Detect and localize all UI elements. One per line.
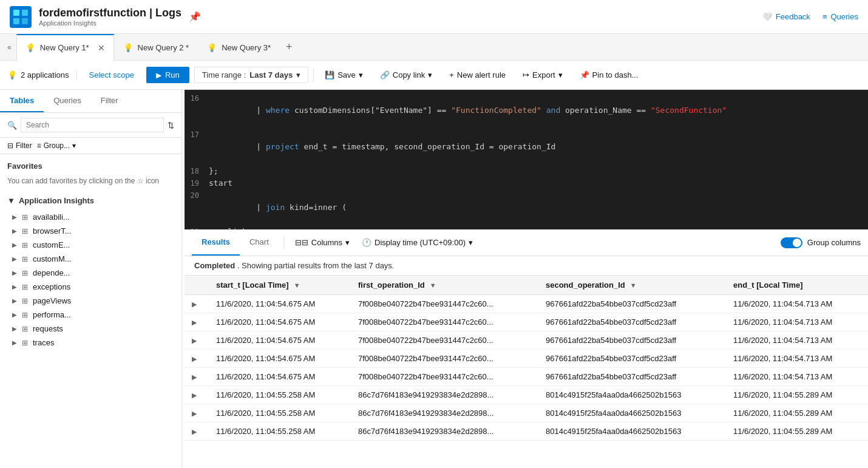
select-scope-button[interactable]: Select scope [82,70,141,80]
code-editor[interactable]: 16 | where customDimensions["EventName"]… [185,90,868,229]
table-row[interactable]: ▶11/6/2020, 11:04:55.258 AM86c7d76f4183e… [185,422,868,441]
group-columns-switch[interactable] [781,237,802,248]
feedback-button[interactable]: 🤍 Feedback [762,12,810,21]
list-item[interactable]: ▶ ⊞ depende... [7,266,174,280]
favorites-section: Favorites You can add favorites by click… [7,161,174,186]
list-item[interactable]: ▶ ⊞ performa... [7,308,174,322]
table-cell: 11/6/2020, 11:04:54.713 AM [726,368,868,386]
table-cell: 86c7d76f4183e9419293834e2d2898... [351,404,538,422]
table-name: availabili... [33,212,70,222]
collapse-tabs-button[interactable]: « [2,34,16,60]
expand-row-button[interactable]: ▶ [192,319,202,326]
tab-new-query-1[interactable]: 💡 New Query 1* ✕ [16,34,114,61]
list-item[interactable]: ▶ ⊞ exceptions [7,280,174,294]
export-icon: ↦ [523,70,529,80]
time-range-value: Last 7 days [249,70,293,80]
link-icon: 🔗 [380,70,390,80]
expand-arrow-icon: ▶ [12,297,17,304]
filter-button[interactable]: ⊟ Filter [7,141,32,150]
table-header: start_t [Local Time] ▼ first_operation_I… [185,276,868,295]
group-button[interactable]: ≡ Group... ▾ [37,141,76,150]
time-range-button[interactable]: Time range : Last 7 days ▾ [194,67,308,83]
export-button[interactable]: ↦ Export ▾ [517,67,569,83]
col-end-t: end_t [Local Time] [726,276,868,295]
list-item[interactable]: ▶ ⊞ availabili... [7,210,174,224]
list-item[interactable]: ▶ ⊞ customE... [7,238,174,252]
col-filter-icon[interactable]: ▼ [630,282,637,289]
expand-row-button[interactable]: ▶ [192,337,202,344]
table-row[interactable]: ▶11/6/2020, 11:04:54.675 AM7f008be040722… [185,350,868,368]
list-item[interactable]: ▶ ⊞ customM... [7,252,174,266]
list-item[interactable]: ▶ ⊞ requests [7,322,174,336]
queries-button[interactable]: ≡ Queries [822,12,858,21]
table-cell: 967661afd22ba54bbe037cdf5cd23aff [538,313,726,331]
sidebar-tab-queries[interactable]: Queries [44,90,91,112]
pin-icon[interactable]: 📌 [189,11,201,22]
expand-row-button[interactable]: ▶ [192,428,202,435]
table-name: performa... [33,310,71,319]
time-range-prefix: Time range : [202,70,246,80]
table-cell: 11/6/2020, 11:04:54.675 AM [209,331,351,350]
tab-new-query-2[interactable]: 💡 New Query 2 * [114,34,198,60]
copy-link-button[interactable]: 🔗 Copy link ▾ [374,67,438,83]
sidebar-tabs: Tables Queries Filter [0,90,181,113]
group-columns-label: Group columns [807,238,861,247]
expand-row-button[interactable]: ▶ [192,300,202,308]
table-row[interactable]: ▶11/6/2020, 11:04:55.258 AM86c7d76f4183e… [185,386,868,404]
expand-row-button[interactable]: ▶ [192,373,202,381]
columns-button[interactable]: ⊟⊟ Columns ▾ [289,238,356,247]
table-row[interactable]: ▶11/6/2020, 11:04:54.675 AM7f008be040722… [185,295,868,313]
sidebar-tab-tables[interactable]: Tables [0,90,44,112]
table-icon: ⊞ [22,283,28,291]
table-row[interactable]: ▶11/6/2020, 11:04:55.258 AM86c7d76f4183e… [185,404,868,422]
expand-row-button[interactable]: ▶ [192,410,202,417]
add-tab-button[interactable]: + [280,34,299,60]
new-alert-button[interactable]: + New alert rule [443,67,512,83]
table-cell: 11/6/2020, 11:04:54.675 AM [209,313,351,331]
table-row[interactable]: ▶11/6/2020, 11:04:54.675 AM7f008be040722… [185,313,868,331]
pin-to-dashboard-button[interactable]: 📌 Pin to dash... [574,67,645,83]
sidebar-tab-filter[interactable]: Filter [91,90,128,112]
search-input[interactable] [21,118,164,132]
tab-results[interactable]: Results [192,229,240,256]
expand-row-button[interactable]: ▶ [192,355,202,362]
code-line-20: 20 | join kind=inner ( [185,189,868,226]
table-cell: 11/6/2020, 11:04:55.258 AM [209,422,351,441]
table-icon: ⊞ [22,241,28,249]
save-button[interactable]: 💾 Save ▾ [319,67,369,83]
display-time-button[interactable]: 🕐 Display time (UTC+09:00) ▾ [356,238,479,247]
col-filter-icon[interactable]: ▼ [430,282,436,289]
run-button[interactable]: ▶ Run [146,67,189,83]
clock-icon: 🕐 [362,238,371,247]
list-item[interactable]: ▶ ⊞ traces [7,336,174,350]
queries-icon: ≡ [822,12,827,21]
col-filter-icon[interactable]: ▼ [294,282,300,289]
table-row[interactable]: ▶11/6/2020, 11:04:54.675 AM7f008be040722… [185,331,868,350]
table-cell: 7f008be040722b47bee931447c2c60... [351,295,538,313]
tab-chart[interactable]: Chart [240,229,279,256]
main-layout: Tables Queries Filter 🔍 ⇅ ⊟ Filter ≡ Gro… [0,90,868,468]
tab-new-query-3[interactable]: 💡 New Query 3* [198,34,280,60]
list-item[interactable]: ▶ ⊞ browserT... [7,224,174,238]
editor-results-panel: 16 | where customDimensions["EventName"]… [185,90,868,468]
tab-close-icon[interactable]: ✕ [98,43,105,53]
app-insights-section[interactable]: ▼ Application Insights [7,196,174,205]
app-title: fordemofirstfunction | Logs [39,7,181,19]
table-cell: 86c7d76f4183e9419293834e2d2898... [351,422,538,441]
code-line-18: 18 }; [185,165,868,177]
table-cell: 8014c4915f25fa4aa0da4662502b1563 [538,404,726,422]
toolbar: 💡 2 applications Select scope ▶ Run Time… [0,61,868,90]
table-cell: 11/6/2020, 11:04:54.675 AM [209,368,351,386]
expand-row-button[interactable]: ▶ [192,392,202,399]
table-row[interactable]: ▶11/6/2020, 11:04:54.675 AM7f008be040722… [185,368,868,386]
table-cell: 11/6/2020, 11:04:54.713 AM [726,350,868,368]
expand-arrow-icon: ▶ [12,256,17,262]
table-icon: ⊞ [22,297,28,305]
table-icon: ⊞ [22,213,28,222]
search-icon: 🔍 [7,121,17,130]
sort-icon[interactable]: ⇅ [168,121,174,130]
table-name: browserT... [33,226,72,236]
list-item[interactable]: ▶ ⊞ pageViews [7,294,174,308]
table-icon: ⊞ [22,339,28,347]
table-name: customE... [33,240,70,249]
